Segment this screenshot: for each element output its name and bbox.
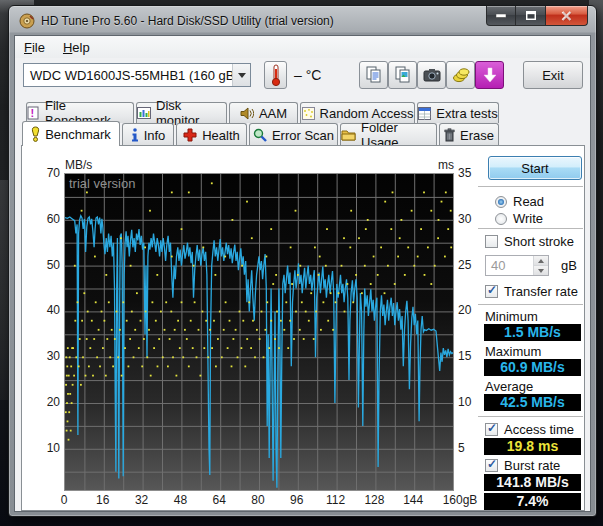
- titlebar[interactable]: HD Tune Pro 5.60 - Hard Disk/SSD Utility…: [9, 6, 596, 35]
- tab-label: Benchmark: [45, 127, 111, 142]
- maximum-value: 60.9 MB/s: [484, 359, 581, 376]
- window-title: HD Tune Pro 5.60 - Hard Disk/SSD Utility…: [41, 14, 334, 28]
- tab-health[interactable]: Health: [176, 123, 247, 146]
- info-icon: [131, 128, 139, 142]
- plot-canvas: [65, 174, 453, 490]
- magnifier-icon: [253, 128, 267, 142]
- separator: [478, 304, 583, 306]
- minimum-value: 1.5 MB/s: [484, 324, 581, 341]
- chevron-down-icon: [538, 269, 544, 273]
- drive-select-dropdown[interactable]: WDC WD1600JS-55MHB1 (160 gB): [23, 63, 251, 87]
- copy-image-icon: [394, 66, 412, 84]
- cpu-usage-value: 7.4%: [484, 493, 581, 510]
- transfer-rate-row[interactable]: Transfer rate: [485, 284, 578, 299]
- axis-tick-label: 40: [26, 303, 60, 317]
- average-label: Average: [485, 379, 533, 394]
- write-radio-label: Write: [513, 211, 543, 226]
- axis-tick-label: 112: [316, 493, 356, 507]
- capacity-stepper[interactable]: 40: [485, 255, 549, 276]
- left-axis-unit: MB/s: [65, 158, 92, 172]
- short-stroke-row[interactable]: Short stroke: [485, 234, 574, 249]
- tab-label: Info: [144, 128, 166, 143]
- access-time-row[interactable]: Access time: [485, 422, 574, 437]
- maximize-button[interactable]: [516, 6, 546, 26]
- exit-button[interactable]: Exit: [523, 61, 583, 89]
- transfer-rate-label: Transfer rate: [504, 284, 578, 299]
- average-value: 42.5 MB/s: [484, 394, 581, 411]
- menu-help[interactable]: Help: [54, 38, 99, 57]
- toolbar: WDC WD1600JS-55MHB1 (160 gB) – °C: [15, 58, 590, 98]
- tab-info[interactable]: Info: [122, 123, 174, 146]
- file-benchmark-icon: !: [27, 106, 40, 120]
- dropdown-arrow[interactable]: [232, 64, 250, 86]
- plot-area: [64, 173, 454, 491]
- separator: [478, 228, 583, 230]
- disk-monitor-icon: [137, 107, 151, 119]
- axis-tick-label: 70: [26, 166, 60, 180]
- update-download-button[interactable]: [475, 61, 504, 89]
- donate-button[interactable]: [446, 61, 475, 89]
- axis-tick-label: 50: [26, 258, 60, 272]
- write-radio[interactable]: [495, 213, 507, 225]
- svg-text:!: !: [31, 107, 35, 119]
- read-radio-row[interactable]: Read: [495, 194, 544, 209]
- tab-file-benchmark[interactable]: ! File Benchmark: [26, 102, 134, 123]
- camera-icon: [423, 68, 441, 82]
- copy-text-button[interactable]: [359, 61, 388, 89]
- close-button[interactable]: [546, 6, 588, 26]
- short-stroke-checkbox[interactable]: [485, 235, 498, 248]
- tab-benchmark-active[interactable]: Benchmark: [22, 121, 120, 146]
- tab-label: AAM: [259, 106, 287, 121]
- minimize-button[interactable]: [486, 6, 516, 26]
- exclamation-icon: [31, 126, 40, 142]
- temperature-button[interactable]: [264, 61, 287, 89]
- random-access-icon: [302, 107, 315, 120]
- copy-image-button[interactable]: [388, 61, 417, 89]
- tab-erase[interactable]: Erase: [439, 123, 499, 146]
- axis-tick-label: 20: [26, 395, 60, 409]
- tab-folder-usage[interactable]: Folder Usage: [340, 123, 437, 146]
- coins-icon: [452, 67, 470, 83]
- right-axis-unit: ms: [422, 158, 454, 172]
- burst-rate-checkbox[interactable]: [485, 459, 498, 472]
- separator: [478, 416, 583, 418]
- menu-file[interactable]: File: [15, 38, 54, 57]
- tab-label: Health: [202, 128, 240, 143]
- trial-watermark: trial version: [69, 176, 135, 191]
- axis-tick-label: 48: [160, 493, 200, 507]
- app-window: HD Tune Pro 5.60 - Hard Disk/SSD Utility…: [8, 5, 597, 517]
- access-time-checkbox[interactable]: [485, 423, 498, 436]
- extra-tests-icon: [418, 107, 431, 120]
- tab-disk-monitor[interactable]: Disk monitor: [136, 102, 227, 123]
- hdtune-app-icon: [19, 13, 35, 29]
- axis-tick-label: 80: [238, 493, 278, 507]
- tab-label: Random Access: [320, 106, 414, 121]
- tab-label: Erase: [460, 128, 494, 143]
- tab-label: Extra tests: [436, 106, 497, 121]
- axis-tick-label: 64: [199, 493, 239, 507]
- benchmark-tab-page: MB/s ms trial version 706050403020103530…: [21, 145, 585, 511]
- start-button[interactable]: Start: [488, 156, 582, 180]
- axis-tick-label: 30: [26, 349, 60, 363]
- tab-aam[interactable]: AAM: [229, 102, 298, 123]
- stepper-up-button[interactable]: [534, 256, 548, 265]
- maximize-icon: [526, 11, 536, 20]
- tab-error-scan[interactable]: Error Scan: [249, 123, 338, 146]
- screenshot-button[interactable]: [417, 61, 446, 89]
- benchmark-controls-panel: Start Read Write Short stroke: [477, 146, 586, 512]
- capacity-value: 40: [486, 256, 533, 275]
- axis-tick-label: 96: [277, 493, 317, 507]
- menu-bar: File Help: [15, 36, 590, 58]
- read-radio[interactable]: [495, 196, 507, 208]
- axis-tick-label: 0: [44, 493, 84, 507]
- client-area: File Help WDC WD1600JS-55MHB1 (160 gB) –…: [14, 35, 591, 512]
- burst-rate-row[interactable]: Burst rate: [485, 458, 560, 473]
- burst-rate-value: 141.8 MB/s: [484, 474, 581, 491]
- write-radio-row[interactable]: Write: [495, 211, 543, 226]
- download-icon: [483, 67, 497, 83]
- stepper-down-button[interactable]: [534, 265, 548, 275]
- transfer-rate-checkbox[interactable]: [485, 285, 498, 298]
- start-button-label: Start: [521, 161, 548, 176]
- burst-rate-label: Burst rate: [504, 458, 560, 473]
- copy-icon: [365, 66, 383, 84]
